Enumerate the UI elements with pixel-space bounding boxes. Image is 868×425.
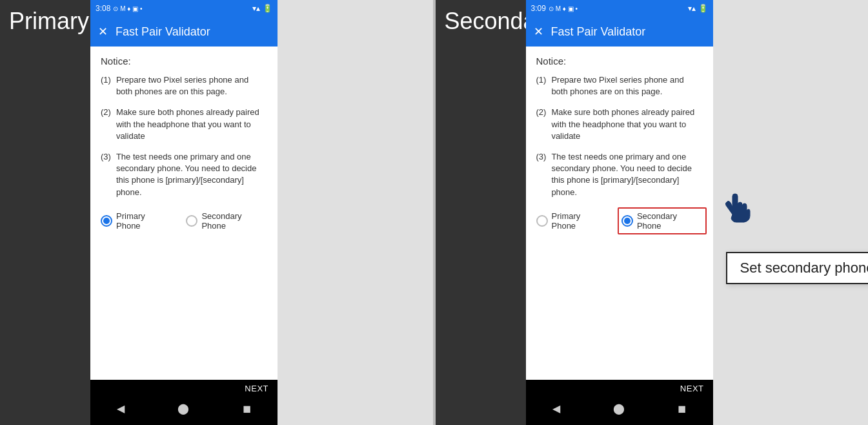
- primary-nav-icons: ◀ ⬤ ◼: [90, 396, 278, 425]
- secondary-radio-secondary-circle: [621, 215, 633, 227]
- primary-radio-secondary-label: Secondary Phone: [201, 211, 267, 231]
- primary-notice-list: (1) Prepare two Pixel series phone and b…: [101, 74, 267, 198]
- primary-radio-primary-circle: [101, 215, 112, 227]
- secondary-overflow-area: Set secondary phone: [713, 0, 869, 425]
- secondary-notice-list: (1) Prepare two Pixel series phone and b…: [536, 74, 703, 198]
- primary-label: Primary: [0, 0, 90, 425]
- primary-close-icon[interactable]: ✕: [98, 25, 108, 39]
- secondary-notice-title: Notice:: [536, 56, 703, 67]
- primary-home-icon[interactable]: ⬤: [177, 402, 189, 415]
- secondary-app-bar: ✕ Fast Pair Validator: [526, 17, 713, 47]
- primary-status-icons: ⊙ M ♦ ▣ •: [113, 5, 142, 12]
- secondary-phone-frame: 3:09 ⊙ M ♦ ▣ • ▾▴ 🔋 ✕ Fast Pair Validato…: [526, 0, 713, 425]
- primary-phone-frame: 3:08 ⊙ M ♦ ▣ • ▾▴ 🔋 ✕ Fast Pair Validato…: [90, 0, 278, 425]
- primary-app-bar: ✕ Fast Pair Validator: [90, 17, 278, 47]
- secondary-radio-secondary-label: Secondary Phone: [637, 211, 703, 231]
- secondary-notice-item-2: (2) Make sure both phones already paired…: [536, 107, 703, 142]
- primary-radio-primary-label: Primary Phone: [116, 211, 170, 231]
- secondary-close-icon[interactable]: ✕: [534, 25, 543, 39]
- secondary-radio-primary[interactable]: Primary Phone: [536, 211, 606, 231]
- secondary-notice-item-3: (3) The test needs one primary and one s…: [536, 151, 703, 198]
- primary-status-left: 3:08 ⊙ M ♦ ▣ •: [96, 4, 142, 13]
- primary-panel: Primary 3:08 ⊙ M ♦ ▣ • ▾▴ 🔋 ✕ Fast Pair …: [0, 0, 433, 425]
- primary-content: Notice: (1) Prepare two Pixel series pho…: [90, 47, 278, 380]
- secondary-status-right: ▾▴ 🔋: [688, 4, 708, 13]
- secondary-panel: Secondary 3:09 ⊙ M ♦ ▣ • ▾▴ 🔋 ✕ Fast Pai…: [436, 0, 869, 425]
- primary-battery-icon: 🔋: [263, 4, 272, 13]
- primary-next-button[interactable]: NEXT: [90, 380, 278, 396]
- primary-radio-primary[interactable]: Primary Phone: [101, 211, 170, 231]
- primary-notice-title: Notice:: [101, 56, 267, 67]
- secondary-back-icon[interactable]: ◀: [552, 402, 560, 415]
- secondary-home-icon[interactable]: ⬤: [613, 402, 625, 415]
- primary-notice-item-3: (3) The test needs one primary and one s…: [101, 151, 267, 198]
- primary-time: 3:08: [96, 4, 110, 13]
- secondary-battery-icon: 🔋: [698, 4, 708, 13]
- secondary-notice-item-1: (1) Prepare two Pixel series phone and b…: [536, 74, 703, 98]
- primary-notice-item-2: (2) Make sure both phones already paired…: [101, 107, 267, 142]
- secondary-radio-primary-circle: [536, 215, 548, 227]
- set-secondary-phone-tooltip: Set secondary phone: [726, 252, 869, 284]
- primary-status-right: ▾▴ 🔋: [252, 4, 272, 13]
- secondary-app-title: Fast Pair Validator: [551, 25, 646, 39]
- primary-recents-icon[interactable]: ◼: [243, 402, 251, 415]
- primary-radio-secondary-circle: [186, 215, 197, 227]
- cursor-hand-icon: [720, 187, 753, 231]
- primary-label-text: Primary: [9, 8, 89, 35]
- secondary-nav-icons: ◀ ⬤ ◼: [526, 396, 713, 425]
- primary-back-icon[interactable]: ◀: [117, 402, 125, 415]
- primary-radio-row: Primary Phone Secondary Phone: [101, 207, 267, 234]
- secondary-recents-icon[interactable]: ◼: [678, 402, 686, 415]
- secondary-content: Notice: (1) Prepare two Pixel series pho…: [526, 47, 713, 380]
- primary-status-bar: 3:08 ⊙ M ♦ ▣ • ▾▴ 🔋: [90, 0, 278, 17]
- primary-radio-secondary[interactable]: Secondary Phone: [186, 211, 267, 231]
- secondary-status-icons: ⊙ M ♦ ▣ •: [549, 5, 578, 12]
- secondary-radio-secondary[interactable]: Secondary Phone: [621, 211, 703, 231]
- secondary-bottom-bar: NEXT ◀ ⬤ ◼: [526, 380, 713, 425]
- secondary-label: Secondary: [436, 0, 526, 425]
- primary-wifi-icon: ▾▴: [252, 4, 260, 13]
- secondary-status-bar: 3:09 ⊙ M ♦ ▣ • ▾▴ 🔋: [526, 0, 713, 17]
- secondary-next-button[interactable]: NEXT: [526, 380, 713, 396]
- secondary-radio-row: Primary Phone Secondary Phone: [536, 207, 703, 234]
- secondary-wifi-icon: ▾▴: [688, 4, 696, 13]
- primary-app-title: Fast Pair Validator: [116, 25, 210, 39]
- secondary-radio-primary-label: Primary Phone: [552, 211, 606, 231]
- primary-bottom-bar: NEXT ◀ ⬤ ◼: [90, 380, 278, 425]
- primary-notice-item-1: (1) Prepare two Pixel series phone and b…: [101, 74, 267, 98]
- secondary-status-left: 3:09 ⊙ M ♦ ▣ •: [531, 4, 578, 13]
- secondary-time: 3:09: [531, 4, 546, 13]
